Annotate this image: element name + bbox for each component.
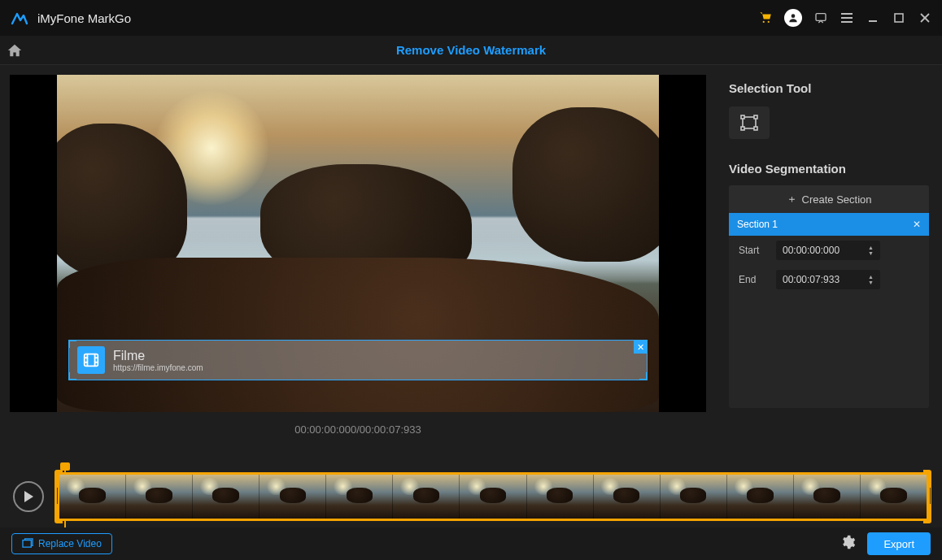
app-title: iMyFone MarkGo [37, 11, 131, 25]
timecode-display: 00:00:00:000/00:00:07:933 [294, 423, 421, 436]
end-time-row: End 00:00:07:933 ▲▼ [729, 265, 929, 294]
timeline-thumb[interactable] [727, 475, 794, 519]
maximize-icon[interactable] [892, 11, 906, 25]
rectangle-select-tool[interactable] [729, 106, 770, 139]
watermark-selection-box[interactable]: ✕ Filme https://filme.imyfone.com [68, 340, 648, 380]
section-remove-icon[interactable]: ✕ [913, 219, 921, 230]
start-time-input[interactable]: 00:00:00:000 ▲▼ [776, 241, 880, 260]
selection-close-button[interactable]: ✕ [634, 341, 647, 354]
play-button[interactable] [13, 481, 44, 512]
start-time-value: 00:00:00:000 [783, 245, 840, 256]
watermark-content: Filme https://filme.imyfone.com [69, 341, 647, 380]
video-frame[interactable]: ✕ Filme https://filme.imyfone.com [10, 75, 706, 412]
timeline-thumb[interactable] [393, 475, 460, 519]
timeline-thumb[interactable] [460, 475, 526, 519]
minimize-icon[interactable] [866, 11, 880, 25]
feedback-icon[interactable] [813, 11, 828, 25]
start-label: Start [739, 245, 766, 256]
segmentation-heading: Video Segmentation [729, 162, 929, 176]
replace-video-button[interactable]: Replace Video [11, 533, 112, 554]
watermark-icon [77, 346, 105, 374]
titlebar: iMyFone MarkGo [0, 0, 942, 36]
watermark-title: Filme [113, 349, 203, 363]
svg-rect-21 [23, 540, 31, 547]
selection-handle-tl[interactable] [68, 340, 76, 348]
start-time-row: Start 00:00:00:000 ▲▼ [729, 236, 929, 265]
home-button[interactable] [0, 36, 29, 65]
timeline-thumb[interactable] [527, 475, 594, 519]
main-area: ✕ Filme https://filme.imyfone.com 00:00:… [0, 65, 942, 460]
footer-right: Export [840, 532, 931, 555]
selection-handle-br[interactable] [639, 372, 648, 380]
svg-point-0 [792, 14, 796, 18]
side-panel: Selection Tool Video Segmentation ＋ Crea… [716, 65, 942, 460]
timeline-thumb[interactable] [794, 475, 861, 519]
svg-rect-20 [754, 127, 757, 130]
titlebar-right [758, 9, 932, 27]
settings-button[interactable] [840, 534, 856, 553]
cart-icon[interactable] [758, 11, 773, 25]
svg-rect-6 [895, 14, 903, 22]
watermark-subtitle: https://filme.imyfone.com [113, 363, 203, 372]
export-button[interactable]: Export [867, 532, 931, 555]
timeline[interactable] [57, 472, 929, 521]
end-label: End [739, 274, 766, 285]
user-icon[interactable] [784, 9, 802, 27]
app-logo-icon [10, 10, 29, 26]
end-time-value: 00:00:07:933 [783, 274, 840, 285]
timeline-thumb[interactable] [594, 475, 661, 519]
timeline-area [0, 460, 942, 527]
create-section-button[interactable]: ＋ Create Section [729, 185, 929, 213]
start-time-spinner[interactable]: ▲▼ [868, 245, 874, 256]
section-name: Section 1 [737, 219, 778, 230]
replace-video-label: Replace Video [38, 538, 102, 549]
segmentation-panel: ＋ Create Section Section 1 ✕ Start 00:00… [729, 185, 929, 408]
timeline-thumb[interactable] [861, 475, 927, 519]
replace-icon [22, 538, 33, 550]
menu-icon[interactable] [840, 11, 854, 25]
plus-icon: ＋ [787, 192, 797, 206]
selection-handle-bl[interactable] [68, 372, 76, 380]
timeline-thumb[interactable] [259, 475, 326, 519]
titlebar-left: iMyFone MarkGo [10, 10, 131, 26]
svg-rect-17 [741, 115, 744, 119]
export-label: Export [883, 538, 914, 550]
timeline-thumb[interactable] [126, 475, 193, 519]
svg-rect-9 [85, 354, 98, 367]
create-section-label: Create Section [802, 193, 872, 206]
timeline-thumb[interactable] [661, 475, 727, 519]
preview-pane: ✕ Filme https://filme.imyfone.com 00:00:… [0, 65, 716, 460]
end-time-input[interactable]: 00:00:07:933 ▲▼ [776, 270, 880, 289]
video-content: ✕ Filme https://filme.imyfone.com [57, 75, 659, 412]
svg-rect-19 [741, 127, 744, 130]
page-title: Remove Video Watermark [29, 43, 913, 57]
svg-rect-1 [816, 14, 826, 21]
section-row[interactable]: Section 1 ✕ [729, 213, 929, 236]
end-time-spinner[interactable]: ▲▼ [868, 274, 874, 285]
footer: Replace Video Export [0, 527, 942, 560]
timeline-thumb[interactable] [193, 475, 259, 519]
selection-tool-heading: Selection Tool [729, 81, 929, 95]
toolbar: Remove Video Watermark [0, 36, 942, 65]
svg-rect-18 [754, 115, 757, 119]
close-icon[interactable] [918, 11, 932, 25]
timeline-thumb[interactable] [59, 475, 126, 519]
timeline-thumb[interactable] [326, 475, 393, 519]
